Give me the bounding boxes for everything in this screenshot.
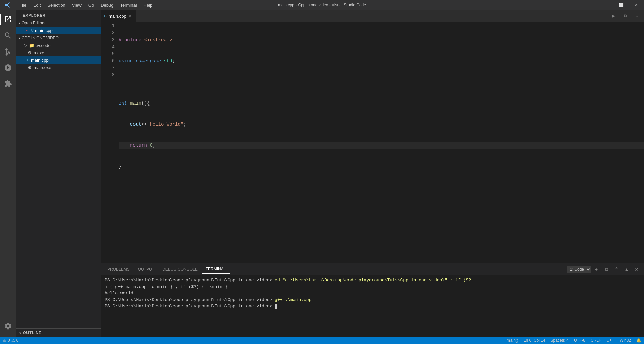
activity-bar bbox=[0, 10, 16, 337]
terminal-content[interactable]: PS C:\Users\Haris\Desktop\code playgroun… bbox=[101, 275, 644, 337]
outline-header[interactable]: ▷ Outline bbox=[16, 330, 101, 335]
error-count: 0 bbox=[8, 338, 10, 343]
status-notifications[interactable]: 🔔 bbox=[634, 337, 644, 344]
tab-problems[interactable]: PROBLEMS bbox=[103, 265, 134, 274]
maximize-panel-button[interactable]: ▲ bbox=[622, 265, 631, 274]
error-icon: ⚠ bbox=[3, 338, 6, 343]
status-platform[interactable]: Win32 bbox=[617, 337, 634, 344]
outline-section: ▷ Outline bbox=[16, 328, 101, 337]
terminal-line-4: PS C:\Users\Haris\Desktop\code playgroun… bbox=[105, 297, 640, 303]
status-line-col[interactable]: Ln 6, Col 14 bbox=[521, 337, 548, 344]
tab-file-icon: C bbox=[104, 14, 107, 18]
status-spaces[interactable]: Spaces: 4 bbox=[548, 337, 571, 344]
run-debug-icon[interactable] bbox=[0, 60, 16, 76]
close-panel-button[interactable]: ✕ bbox=[632, 265, 641, 274]
terminal-tab-bar: PROBLEMS OUTPUT DEBUG CONSOLE TERMINAL 1… bbox=[101, 263, 644, 275]
main-area: Explorer ▾ Open Editors ✕ C main.cpp ▾ C… bbox=[0, 10, 644, 337]
main-exe-icon: ⚙ bbox=[27, 65, 32, 70]
editor-area: C main.cpp ✕ ▶ ⧉ ··· 12345678 #include <… bbox=[101, 10, 644, 337]
terminal-dropdown[interactable]: 1: Code bbox=[567, 266, 591, 273]
platform-label: Win32 bbox=[620, 338, 631, 343]
terminal-area: PROBLEMS OUTPUT DEBUG CONSOLE TERMINAL 1… bbox=[101, 263, 644, 337]
tab-close-button[interactable]: ✕ bbox=[128, 14, 132, 18]
code-editor[interactable]: 12345678 #include <iostream> using names… bbox=[101, 22, 644, 263]
project-section[interactable]: ▾ CPP IN ONE VIDEO bbox=[16, 34, 101, 42]
open-editors-label: Open Editors bbox=[22, 21, 45, 25]
tab-debug-console[interactable]: DEBUG CONSOLE bbox=[158, 265, 202, 274]
line-col-label: Ln 6, Col 14 bbox=[524, 338, 545, 343]
terminal-line-1: PS C:\Users\Haris\Desktop\code playgroun… bbox=[105, 277, 640, 284]
terminal-line-2: ) { g++ main.cpp -o main } ; if ($?) { .… bbox=[105, 284, 640, 290]
tab-main-cpp[interactable]: C main.cpp ✕ bbox=[101, 10, 136, 22]
split-editor-button[interactable]: ⧉ bbox=[620, 11, 630, 21]
tab-output[interactable]: OUTPUT bbox=[134, 265, 158, 274]
terminal-controls: 1: Code + ⧉ 🗑 ▲ ✕ bbox=[567, 265, 641, 274]
extensions-icon[interactable] bbox=[0, 76, 16, 92]
tree-item-main-exe[interactable]: ⚙ main.exe bbox=[16, 64, 101, 71]
activity-bar-bottom bbox=[0, 318, 16, 337]
menu-view[interactable]: View bbox=[69, 0, 85, 10]
tab-filename: main.cpp bbox=[109, 14, 126, 19]
exe-icon: ⚙ bbox=[27, 50, 32, 55]
open-editor-filename: main.cpp bbox=[35, 28, 53, 33]
status-scope[interactable]: main() bbox=[504, 337, 521, 344]
folder-icon: 📁 bbox=[29, 43, 34, 48]
status-encoding[interactable]: UTF-8 bbox=[571, 337, 588, 344]
file-close-icon: ✕ bbox=[24, 29, 30, 32]
more-actions-button[interactable]: ··· bbox=[631, 11, 641, 21]
menu-go[interactable]: Go bbox=[85, 0, 97, 10]
minimize-button[interactable]: ─ bbox=[598, 0, 613, 10]
main-cpp-filename: main.cpp bbox=[31, 58, 49, 63]
search-icon[interactable] bbox=[0, 27, 16, 44]
tree-item-main-cpp[interactable]: C main.cpp bbox=[16, 56, 101, 64]
explorer-icon[interactable] bbox=[0, 11, 16, 27]
window-title: main.cpp - Cpp in one video - Visual Stu… bbox=[278, 3, 366, 7]
sidebar: Explorer ▾ Open Editors ✕ C main.cpp ▾ C… bbox=[16, 10, 101, 337]
menu-edit[interactable]: Edit bbox=[30, 0, 44, 10]
status-errors[interactable]: ⚠ 0 ⚠ 0 bbox=[0, 337, 21, 344]
cpp-file-indicator: C bbox=[31, 28, 34, 32]
line-ending-label: CRLF bbox=[591, 338, 601, 343]
menu-file[interactable]: File bbox=[16, 0, 30, 10]
close-button[interactable]: ✕ bbox=[629, 0, 644, 10]
run-code-button[interactable]: ▶ bbox=[608, 11, 619, 21]
settings-icon[interactable] bbox=[0, 318, 16, 334]
menu-help[interactable]: Help bbox=[140, 0, 156, 10]
line-numbers: 12345678 bbox=[101, 22, 117, 263]
status-bar: ⚠ 0 ⚠ 0 main() Ln 6, Col 14 Spaces: 4 UT… bbox=[0, 337, 644, 344]
tree-item-a-exe[interactable]: ⚙ a.exe bbox=[16, 49, 101, 56]
tab-terminal[interactable]: TERMINAL bbox=[202, 265, 230, 274]
status-bar-left: ⚠ 0 ⚠ 0 bbox=[0, 337, 21, 344]
status-line-ending[interactable]: CRLF bbox=[588, 337, 604, 344]
open-editors-section[interactable]: ▾ Open Editors bbox=[16, 19, 101, 27]
warning-icon: ⚠ bbox=[11, 338, 15, 343]
menu-terminal[interactable]: Terminal bbox=[117, 0, 140, 10]
maximize-button[interactable]: ⬜ bbox=[613, 0, 629, 10]
encoding-label: UTF-8 bbox=[574, 338, 585, 343]
cpp-file-icon: C bbox=[27, 58, 30, 62]
title-bar: File Edit Selection View Go Debug Termin… bbox=[0, 0, 644, 10]
window-controls: ─ ⬜ ✕ bbox=[598, 0, 644, 10]
open-editor-main-cpp[interactable]: ✕ C main.cpp bbox=[16, 27, 101, 34]
status-language[interactable]: C++ bbox=[604, 337, 617, 344]
sidebar-header: Explorer bbox=[16, 10, 101, 19]
terminal-line-3: hello world bbox=[105, 290, 640, 297]
warning-count: 0 bbox=[16, 338, 19, 343]
status-bar-right: main() Ln 6, Col 14 Spaces: 4 UTF-8 CRLF… bbox=[504, 337, 644, 344]
new-terminal-button[interactable]: + bbox=[592, 265, 601, 274]
project-label: CPP IN ONE VIDEO bbox=[22, 36, 59, 40]
chevron-right-outline-icon: ▷ bbox=[19, 331, 22, 335]
chevron-down-icon-2: ▾ bbox=[19, 36, 20, 40]
split-terminal-button[interactable]: ⧉ bbox=[602, 265, 611, 274]
source-control-icon[interactable] bbox=[0, 44, 16, 60]
kill-terminal-button[interactable]: 🗑 bbox=[612, 265, 621, 274]
vscode-folder-name: .vscode bbox=[36, 43, 51, 48]
tree-item-vscode[interactable]: ▷ 📁 .vscode bbox=[16, 42, 101, 49]
editor-actions: ▶ ⧉ ··· bbox=[608, 10, 644, 22]
menu-debug[interactable]: Debug bbox=[97, 0, 117, 10]
outline-label: Outline bbox=[23, 331, 41, 335]
bell-icon: 🔔 bbox=[636, 338, 641, 343]
spaces-label: Spaces: 4 bbox=[551, 338, 569, 343]
menu-selection[interactable]: Selection bbox=[44, 0, 68, 10]
code-content[interactable]: #include <iostream> using namespace std;… bbox=[117, 22, 644, 263]
